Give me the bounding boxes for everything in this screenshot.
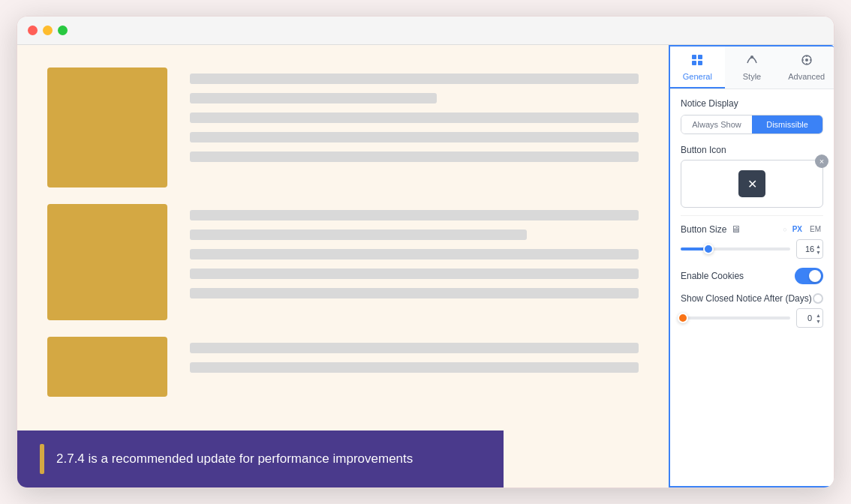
tab-style-label: Style xyxy=(743,72,761,81)
button-size-row: Button Size 🖥 ○ PX EM xyxy=(681,224,823,235)
panel-body: Notice Display Always Show Dismissible B… xyxy=(670,89,834,488)
advanced-tab-icon xyxy=(801,54,813,69)
content-row-3 xyxy=(47,337,639,397)
button-size-slider-thumb[interactable] xyxy=(703,244,714,254)
main-content: 2.7.4 is a recommended update for perfor… xyxy=(17,45,669,488)
unit-em[interactable]: EM xyxy=(807,224,823,234)
notice-accent xyxy=(40,444,44,474)
svg-point-6 xyxy=(805,58,808,62)
content-lines-1 xyxy=(190,68,639,171)
days-indicator-icon[interactable] xyxy=(813,293,823,304)
button-size-text: Button Size xyxy=(681,224,726,235)
browser-content: 2.7.4 is a recommended update for perfor… xyxy=(17,45,834,488)
svg-point-4 xyxy=(750,56,753,58)
enable-cookies-label: Enable Cookies xyxy=(681,271,744,281)
svg-rect-1 xyxy=(698,55,702,59)
traffic-light-green[interactable] xyxy=(58,26,68,35)
days-stepper-down[interactable]: ▼ xyxy=(816,319,821,324)
toggle-dismissible[interactable]: Dismissible xyxy=(752,116,822,134)
icon-picker[interactable]: × ✕ xyxy=(681,160,823,208)
icon-picker-clear-button[interactable]: × xyxy=(815,154,828,168)
traffic-light-yellow[interactable] xyxy=(43,26,53,35)
button-size-value: 16 xyxy=(805,244,814,254)
content-lines-2 xyxy=(190,204,639,308)
content-image-3 xyxy=(47,337,167,397)
browser-window: 2.7.4 is a recommended update for perfor… xyxy=(17,16,834,488)
stepper-arrows: ▲ ▼ xyxy=(816,244,821,255)
content-line xyxy=(190,152,639,162)
content-line xyxy=(190,132,639,142)
stepper-down[interactable]: ▼ xyxy=(816,250,821,255)
toggle-always-show[interactable]: Always Show xyxy=(681,116,752,134)
tab-style[interactable]: Style xyxy=(725,46,780,88)
days-value: 0 xyxy=(807,314,812,322)
days-slider-track[interactable] xyxy=(681,316,790,320)
notice-text: 2.7.4 is a recommended update for perfor… xyxy=(56,452,413,466)
days-number[interactable]: 0 ▲ ▼ xyxy=(796,308,823,328)
size-unit-group: ○ PX EM xyxy=(783,224,823,234)
button-size-number[interactable]: 16 ▲ ▼ xyxy=(796,239,823,259)
notice-display-label: Notice Display xyxy=(681,98,823,109)
button-size-slider-track[interactable] xyxy=(681,248,790,250)
style-tab-icon xyxy=(746,54,758,69)
content-line xyxy=(190,288,639,298)
general-tab-icon xyxy=(691,54,703,69)
tab-general[interactable]: General xyxy=(670,46,725,88)
content-line xyxy=(190,93,437,104)
traffic-light-red[interactable] xyxy=(28,26,38,35)
notice-display-toggle: Always Show Dismissible xyxy=(681,115,823,134)
content-line xyxy=(190,268,639,279)
svg-rect-3 xyxy=(698,61,702,65)
unit-circle-icon: ○ xyxy=(783,226,786,233)
enable-cookies-row: Enable Cookies xyxy=(681,268,823,284)
icon-x-char: ✕ xyxy=(747,177,757,191)
button-size-slider-row: 16 ▲ ▼ xyxy=(681,239,823,259)
unit-px[interactable]: PX xyxy=(790,224,804,234)
content-line xyxy=(190,74,639,84)
show-closed-days-label: Show Closed Notice After (Days) xyxy=(681,293,812,304)
notice-bar: 2.7.4 is a recommended update for perfor… xyxy=(17,430,504,488)
tab-advanced[interactable]: Advanced xyxy=(779,46,834,88)
days-slider-thumb[interactable] xyxy=(678,313,688,323)
content-image-2 xyxy=(47,204,167,320)
panel-tabs: General Style xyxy=(670,46,834,89)
svg-rect-0 xyxy=(692,55,696,59)
days-slider-row: 0 ▲ ▼ xyxy=(681,308,823,328)
svg-rect-2 xyxy=(692,61,696,65)
tab-general-label: General xyxy=(683,72,712,81)
browser-titlebar xyxy=(17,16,834,45)
content-lines-3 xyxy=(190,337,639,382)
stepper-up[interactable]: ▲ xyxy=(816,244,821,249)
content-row-1 xyxy=(47,68,639,188)
content-line xyxy=(190,210,639,220)
side-panel: General Style xyxy=(669,45,834,488)
content-line xyxy=(190,230,527,240)
button-size-label: Button Size 🖥 xyxy=(681,224,741,235)
content-row-2 xyxy=(47,204,639,320)
days-stepper-arrows: ▲ ▼ xyxy=(816,313,821,324)
content-line xyxy=(190,362,639,373)
content-line xyxy=(190,343,639,353)
content-line xyxy=(190,112,639,123)
button-icon-label: Button Icon xyxy=(681,145,823,155)
days-stepper-up[interactable]: ▲ xyxy=(816,313,821,318)
monitor-icon: 🖥 xyxy=(731,224,741,235)
icon-preview: ✕ xyxy=(738,170,765,197)
content-line xyxy=(190,249,639,260)
enable-cookies-toggle[interactable] xyxy=(795,268,823,284)
divider-1 xyxy=(681,215,823,216)
toggle-switch-knob xyxy=(809,270,821,282)
show-closed-days-row: Show Closed Notice After (Days) xyxy=(681,293,823,304)
content-image-1 xyxy=(47,68,167,188)
tab-advanced-label: Advanced xyxy=(788,72,825,81)
